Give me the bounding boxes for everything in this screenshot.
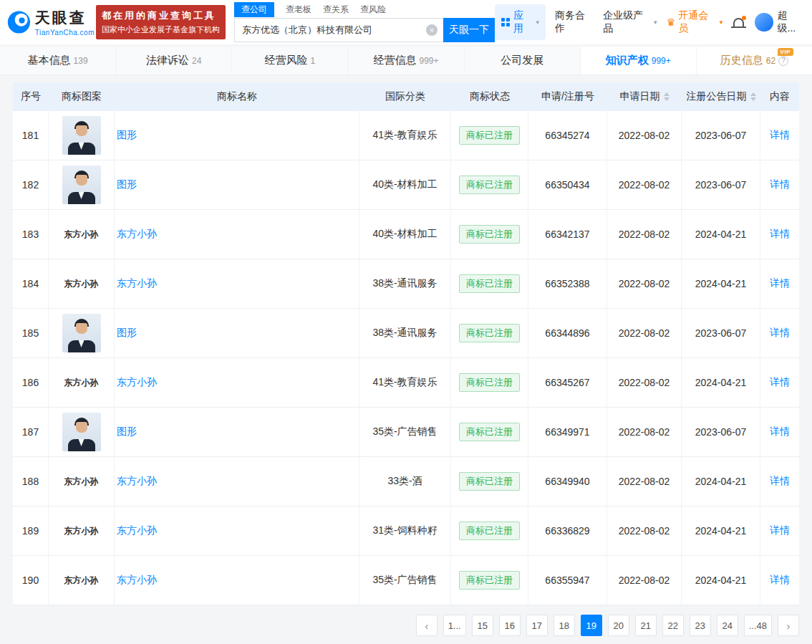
next-page-button[interactable]: › <box>778 615 799 636</box>
sort-icon[interactable] <box>664 92 670 101</box>
detail-link[interactable]: 详情 <box>770 574 790 587</box>
nav-business-cooperation[interactable]: 商务合作 <box>555 9 594 35</box>
trademark-text-logo[interactable]: 东方小孙 <box>64 377 99 389</box>
trademark-name-link[interactable]: 东方小孙 <box>117 277 157 290</box>
page-button-17[interactable]: 17 <box>526 615 548 636</box>
page-button-48[interactable]: ...48 <box>744 615 772 636</box>
trademark-image-cell: 东方小孙 <box>49 358 115 407</box>
table-row: 188东方小孙东方小孙33类-酒商标已注册663499402022-08-022… <box>13 457 799 506</box>
page-button-21[interactable]: 21 <box>635 615 657 636</box>
status-badge: 商标已注册 <box>459 324 520 342</box>
page-button-22[interactable]: 22 <box>662 615 684 636</box>
column-label: 商标名称 <box>217 90 257 103</box>
page-button-16[interactable]: 16 <box>499 615 521 636</box>
detail-link[interactable]: 详情 <box>770 524 790 537</box>
vip-badge: VIP <box>778 48 793 56</box>
brand-name: 天眼查 <box>35 8 95 28</box>
announce-date: 2024-04-21 <box>695 525 747 537</box>
notifications-button[interactable] <box>733 18 744 27</box>
tab-legal-litigation[interactable]: 法律诉讼24 <box>116 47 232 75</box>
apply-date: 2022-08-02 <box>619 525 670 537</box>
trademark-name-link[interactable]: 图形 <box>117 327 137 340</box>
detail-link[interactable]: 详情 <box>770 277 790 290</box>
apps-menu-button[interactable]: 应用 ▾ <box>495 4 546 40</box>
row-number: 187 <box>22 426 39 438</box>
page-button-19[interactable]: 19 <box>581 615 602 636</box>
trademark-name-link[interactable]: 图形 <box>117 129 137 142</box>
page-button-18[interactable]: 18 <box>554 615 575 636</box>
trademark-name-link[interactable]: 东方小孙 <box>117 524 157 537</box>
trademark-photo[interactable] <box>62 116 101 155</box>
search-tab-company[interactable]: 查公司 <box>234 2 274 17</box>
announce-date: 2024-04-21 <box>695 575 747 586</box>
search-tab-boss[interactable]: 查老板 <box>286 4 311 16</box>
trademark-name-link[interactable]: 东方小孙 <box>117 574 157 587</box>
trademark-text-logo[interactable]: 东方小孙 <box>64 229 99 241</box>
trademark-image-cell <box>49 408 115 456</box>
tianyancha-logo[interactable]: 天眼查 TianYanCha.com <box>7 8 95 37</box>
status-badge: 商标已注册 <box>459 472 520 491</box>
tab-intellectual-property[interactable]: 知识产权999+ <box>581 47 697 75</box>
trademark-name-link[interactable]: 东方小孙 <box>117 475 157 488</box>
column-header: 国际分类 <box>359 82 451 111</box>
trademark-text-logo[interactable]: 东方小孙 <box>64 525 99 537</box>
search-input[interactable] <box>234 18 443 42</box>
page-button-1[interactable]: 1... <box>443 615 466 636</box>
detail-link[interactable]: 详情 <box>770 228 790 241</box>
tab-operation-risk[interactable]: 经营风险1 <box>232 47 348 75</box>
avatar <box>755 13 773 32</box>
page-button-20[interactable]: 20 <box>608 615 629 636</box>
column-header: 注册公告日期 <box>682 82 760 111</box>
trademark-image-cell <box>49 160 115 209</box>
trademark-text-logo[interactable]: 东方小孙 <box>64 476 99 488</box>
announce-date: 2023-06-07 <box>695 426 747 438</box>
page-button-23[interactable]: 23 <box>690 615 711 636</box>
tab-label: 经营信息 <box>373 54 416 67</box>
trademark-image-cell: 东方小孙 <box>49 457 115 506</box>
trademark-name-link[interactable]: 图形 <box>117 178 137 191</box>
page-button-24[interactable]: 24 <box>717 615 738 636</box>
trademark-name-link[interactable]: 东方小孙 <box>117 228 157 241</box>
trademark-photo[interactable] <box>62 413 101 451</box>
tab-business-info[interactable]: 经营信息999+ <box>348 47 464 75</box>
announce-date: 2024-04-21 <box>695 476 747 487</box>
search-button[interactable]: 天眼一下 <box>443 18 495 42</box>
clear-search-icon[interactable]: × <box>426 24 438 36</box>
trademark-photo[interactable] <box>62 165 101 204</box>
trademark-name-link[interactable]: 图形 <box>117 426 137 438</box>
trademark-name-link[interactable]: 东方小孙 <box>117 376 157 389</box>
search-tab-relation[interactable]: 查关系 <box>323 4 349 16</box>
sort-icon[interactable] <box>750 92 756 101</box>
trademark-text-logo[interactable]: 东方小孙 <box>64 575 99 587</box>
detail-link[interactable]: 详情 <box>770 327 790 340</box>
trademark-photo[interactable] <box>62 314 101 352</box>
user-menu[interactable]: 超级... <box>755 9 805 35</box>
detail-link[interactable]: 详情 <box>770 376 790 389</box>
page-button-15[interactable]: 15 <box>472 615 493 636</box>
detail-link[interactable]: 详情 <box>770 475 790 488</box>
nav-enterprise-products[interactable]: 企业级产品 ▾ <box>603 9 657 35</box>
tab-basic-info[interactable]: 基本信息139 <box>0 47 116 75</box>
prev-page-button[interactable]: ‹ <box>416 615 438 636</box>
enterprise-label: 企业级产品 <box>603 9 652 35</box>
apply-date: 2022-08-02 <box>619 179 670 191</box>
table-row: 186东方小孙东方小孙41类-教育娱乐商标已注册663452672022-08-… <box>13 358 799 408</box>
tab-company-development[interactable]: 公司发展 <box>465 47 581 75</box>
search-tab-risk[interactable]: 查风险 <box>360 4 386 16</box>
detail-link[interactable]: 详情 <box>770 426 790 438</box>
registration-number: 66336829 <box>545 525 589 537</box>
trademark-text-logo[interactable]: 东方小孙 <box>64 278 99 290</box>
announce-date: 2023-06-07 <box>695 130 747 141</box>
help-icon[interactable]: ? <box>778 56 788 66</box>
announce-date: 2024-04-21 <box>695 229 747 240</box>
apply-date: 2022-08-02 <box>619 575 670 586</box>
tab-history-info[interactable]: 历史信息62VIP? <box>697 47 812 75</box>
nav-open-membership[interactable]: ♛ 开通会员 ▾ <box>667 9 723 35</box>
trademark-image-cell: 东方小孙 <box>49 259 115 308</box>
pagination: ‹1...15161718192021222324...48› <box>13 615 799 636</box>
apply-date: 2022-08-02 <box>619 229 670 240</box>
detail-link[interactable]: 详情 <box>770 178 790 191</box>
detail-link[interactable]: 详情 <box>770 129 790 142</box>
status-badge: 商标已注册 <box>459 571 520 590</box>
search-row: × 天眼一下 <box>234 18 495 42</box>
